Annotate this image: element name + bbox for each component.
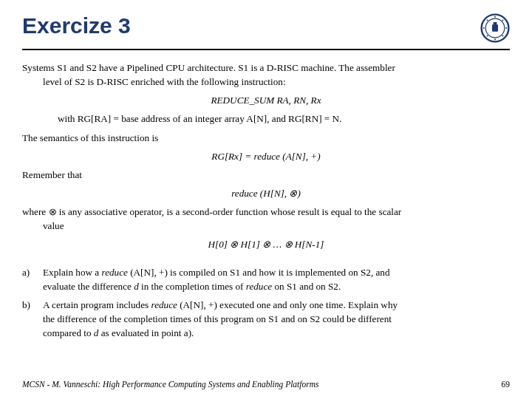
footer-text: MCSN - M. Vanneschi: High Performance Co… (22, 380, 319, 389)
paragraph-rg: with RG[RA] = base address of an integer… (22, 112, 510, 126)
text: Systems S1 and S2 have a Pipelined CPU a… (22, 62, 395, 73)
question-text: A certain program includes reduce (A[N],… (43, 298, 510, 340)
text: as evaluated in point a). (98, 327, 194, 338)
text: the difference of the completion times o… (43, 313, 392, 324)
question-b: b) A certain program includes reduce (A[… (22, 298, 510, 340)
question-label: b) (22, 298, 43, 340)
svg-point-4 (483, 27, 485, 29)
text: reduce (246, 281, 272, 292)
slide-header: Exercize 3 (22, 13, 510, 50)
text: A certain program includes (43, 299, 151, 310)
slide-title: Exercize 3 (22, 13, 131, 38)
text: reduce (151, 299, 177, 310)
text: level of S2 is D-RISC enriched with the … (22, 75, 286, 89)
question-a: a) Explain how a reduce (A[N], +) is com… (22, 265, 510, 293)
text: Explain how a (43, 267, 101, 278)
semantics-line: RG[Rx] = reduce (A[N], +) (22, 149, 510, 163)
text: value (22, 219, 64, 233)
svg-rect-11 (494, 22, 497, 25)
text: reduce (101, 267, 130, 278)
slide-footer: MCSN - M. Vanneschi: High Performance Co… (22, 380, 510, 389)
reduce-def: reduce (H[N], ⊗) (22, 186, 510, 200)
paragraph-intro: Systems S1 and S2 have a Pipelined CPU a… (22, 61, 510, 89)
question-label: a) (22, 265, 43, 293)
text: on S1 and on S2. (272, 281, 341, 292)
slide: Exercize 3 Systems S1 and S2 have a Pipe… (0, 0, 532, 399)
questions-list: a) Explain how a reduce (A[N], +) is com… (22, 265, 510, 341)
svg-point-6 (487, 20, 488, 21)
svg-point-2 (494, 16, 496, 18)
svg-point-5 (505, 27, 507, 29)
svg-point-9 (502, 35, 503, 36)
slide-body: Systems S1 and S2 have a Pipelined CPU a… (22, 61, 510, 340)
text: evaluate the difference (43, 281, 134, 292)
reduce-chain: H[0] ⊗ H[1] ⊗ … ⊗ H[N-1] (22, 237, 510, 251)
text: d (134, 281, 139, 292)
text: (A[N], +) executed one and only one time… (177, 299, 398, 310)
paragraph-semantics: The semantics of this instruction is (22, 131, 510, 145)
text: in the completion times of (139, 281, 246, 292)
svg-rect-10 (492, 24, 498, 32)
paragraph-remember: Remember that (22, 168, 510, 182)
text: where ⊗ is any associative operator, is … (22, 206, 401, 217)
svg-point-7 (502, 20, 503, 21)
university-seal-icon (480, 13, 510, 43)
text: (A[N], +) is compiled on S1 and how it i… (130, 267, 389, 278)
instruction-line: REDUCE_SUM RA, RN, Rx (22, 93, 510, 107)
text: compared to (43, 327, 94, 338)
svg-point-8 (487, 35, 488, 36)
paragraph-where: where ⊗ is any associative operator, is … (22, 205, 510, 233)
svg-point-3 (494, 38, 496, 40)
page-number: 69 (502, 380, 511, 389)
question-text: Explain how a reduce (A[N], +) is compil… (43, 265, 510, 293)
